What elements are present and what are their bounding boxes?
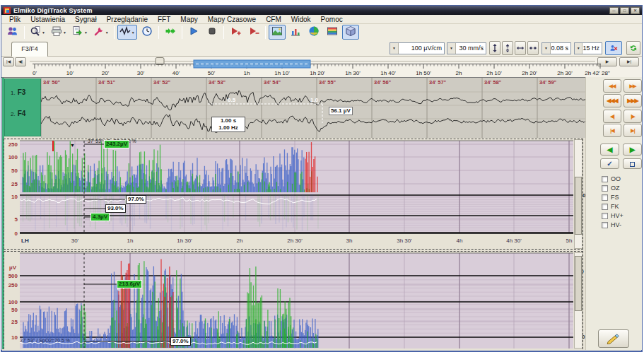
checkbox-label: OO <box>611 175 621 182</box>
eeg-nav-forward-1-button[interactable]: ▶▶▶ <box>623 94 642 107</box>
chevron-down-icon[interactable]: ▼ <box>575 43 582 54</box>
accept-button[interactable]: ✓ <box>600 158 619 169</box>
search-button[interactable]: ▼ <box>28 25 47 40</box>
checkbox-oo[interactable] <box>602 176 608 182</box>
svg-text:2h 10': 2h 10' <box>486 70 502 76</box>
amplitude-expand-button[interactable] <box>489 41 500 55</box>
clock-button[interactable] <box>139 25 156 40</box>
svg-text:500: 500 <box>8 273 18 279</box>
svg-text:4h: 4h <box>457 238 463 244</box>
menu-item-plik[interactable]: Plik <box>4 16 25 23</box>
svg-text:34' 54": 34' 54" <box>264 79 281 86</box>
maps-button[interactable] <box>269 25 286 40</box>
cursor-marker-icon[interactable]: ▼ <box>70 143 75 148</box>
sensitivity-select[interactable]: ▼ 100 µV/cm <box>390 42 445 54</box>
tab-f3f4[interactable]: F3/F4 <box>11 42 48 57</box>
checkbox-oz[interactable] <box>602 185 608 192</box>
globe-button[interactable] <box>305 25 322 40</box>
play-button[interactable] <box>185 25 202 40</box>
montage-option-oz: OZ <box>602 185 620 192</box>
checkbox-fs[interactable] <box>602 194 608 201</box>
cube-3d-button[interactable] <box>342 25 359 40</box>
play-add-button[interactable] <box>227 25 244 40</box>
dsa-upper-canvas[interactable]: 25010050251050LH30'1h1h 30'2h2h 30'3h3h … <box>4 139 596 250</box>
menu-item-fft[interactable]: FFT <box>153 16 175 23</box>
menu-item-przeglądanie[interactable]: Przeglądanie <box>102 16 153 23</box>
checkbox-hv-[interactable] <box>602 222 608 228</box>
eeg-nav-back-0-button[interactable]: ◀◀ <box>603 79 621 93</box>
eeg-nav-forward-3-button[interactable]: ▶| <box>623 124 642 137</box>
amplitude-split-button[interactable] <box>502 41 513 55</box>
svg-text:3h: 3h <box>346 238 353 244</box>
green-left-arrow-icon: ◀ <box>607 146 613 153</box>
svg-text:34' 57": 34' 57" <box>429 79 447 86</box>
lower-scrollbar[interactable] <box>574 252 582 349</box>
upper-scrollbar-thumb[interactable] <box>575 177 582 235</box>
upper-scrollbar[interactable] <box>574 139 582 249</box>
stop-marker-button[interactable] <box>623 158 642 169</box>
hide-patient-button[interactable] <box>605 41 622 55</box>
chevron-down-icon[interactable]: ▼ <box>447 43 456 54</box>
checkbox-label: HV+ <box>611 212 623 219</box>
timeline-ruler[interactable]: 0'10'20'30'40'50'1h1h 10'1h 20'1h 30'1h … <box>1 57 642 77</box>
svg-text:34' 52": 34' 52" <box>153 79 171 86</box>
menu-item-cfm[interactable]: CFM <box>261 16 286 23</box>
eeg-nav-back-2-button[interactable]: ◀| <box>603 110 621 123</box>
eeg-nav-back-3-button[interactable]: |◀ <box>603 124 621 137</box>
signal-button[interactable]: ▼ <box>117 25 137 40</box>
patients-button[interactable] <box>4 25 21 40</box>
chevron-down-icon[interactable]: ▼ <box>84 30 88 35</box>
minimize-button[interactable]: ─ <box>609 7 619 14</box>
export-button[interactable]: ▼ <box>70 25 90 40</box>
channel-panel[interactable]: 1.F32.F4 <box>4 78 41 136</box>
checkbox-hv+[interactable] <box>602 213 608 219</box>
svg-text:4h 30': 4h 30' <box>506 238 522 244</box>
menu-item-pomoc[interactable]: Pomoc <box>316 16 348 23</box>
chevron-down-icon[interactable]: ▼ <box>542 43 551 54</box>
prev-event-button[interactable]: ◀ <box>600 144 619 156</box>
amplitude-box: 56.1 µV <box>329 107 353 115</box>
chevron-down-icon[interactable]: ▼ <box>63 30 66 35</box>
svg-text:34' 59": 34' 59" <box>539 79 557 86</box>
close-button[interactable]: ✕ <box>631 7 640 14</box>
eeg-nav-forward-2-button[interactable]: |▶ <box>623 110 642 123</box>
menu-item-ustawienia[interactable]: Ustawienia <box>25 16 70 23</box>
tools-icon <box>93 25 105 40</box>
time-split-button[interactable] <box>527 41 539 55</box>
channel-label-f3[interactable]: 1.F3 <box>11 88 25 96</box>
play-remove-button[interactable] <box>245 25 262 40</box>
chevron-down-icon[interactable]: ▼ <box>42 30 45 35</box>
eeg-nav-back-1-button[interactable]: ◀◀◀ <box>603 94 621 107</box>
menu-item-mapy[interactable]: Mapy <box>175 16 202 23</box>
chevron-down-icon[interactable]: ▼ <box>105 30 109 35</box>
maximize-button[interactable]: □ <box>620 7 629 14</box>
print-button[interactable]: ▼ <box>49 25 69 40</box>
next-event-button[interactable]: ▶ <box>623 144 642 156</box>
svg-text:10: 10 <box>11 194 18 200</box>
tools-button[interactable]: ▼ <box>91 25 111 40</box>
checkbox-fk[interactable] <box>602 204 608 210</box>
speed-select[interactable]: ▼ 30 mm/s <box>447 42 486 54</box>
menu-item-mapy-czasowe[interactable]: Mapy Czasowe <box>203 16 261 23</box>
eeg-trace-canvas[interactable]: 34' 50"34' 51"34' 52"34' 53"34' 54"34' 5… <box>41 78 602 138</box>
stop-button[interactable] <box>204 25 221 40</box>
svg-text:34' 51": 34' 51" <box>98 79 116 86</box>
svg-text:30': 30' <box>137 70 145 76</box>
filter-select[interactable]: ▼ 15 Hz <box>574 42 602 54</box>
eeg-nav-forward-0-button[interactable]: ▶▶ <box>623 79 642 93</box>
menu-item-sygnał[interactable]: Sygnał <box>70 16 102 23</box>
step-forward-button[interactable] <box>162 25 179 40</box>
refresh-button[interactable] <box>626 41 640 55</box>
chevron-down-icon[interactable]: ▼ <box>131 30 135 35</box>
dsa-lower-canvas[interactable]: 500250100502510µVkIp100 <box>4 251 596 350</box>
time-constant-select[interactable]: ▼ 0.08 s <box>541 42 571 54</box>
channel-label-f4[interactable]: 2.F4 <box>11 110 25 117</box>
chevron-down-icon[interactable]: ▼ <box>390 43 399 54</box>
time-expand-button[interactable] <box>515 41 526 55</box>
lower-scrollbar-thumb[interactable] <box>575 256 582 311</box>
menu-item-widok[interactable]: Widok <box>286 16 316 23</box>
dsa-lower-pane: 500250100502510µVkIp100 <box>4 251 583 349</box>
colormap-button[interactable] <box>324 25 341 40</box>
bar-chart-button[interactable] <box>287 25 304 40</box>
edit-button[interactable] <box>598 329 629 348</box>
